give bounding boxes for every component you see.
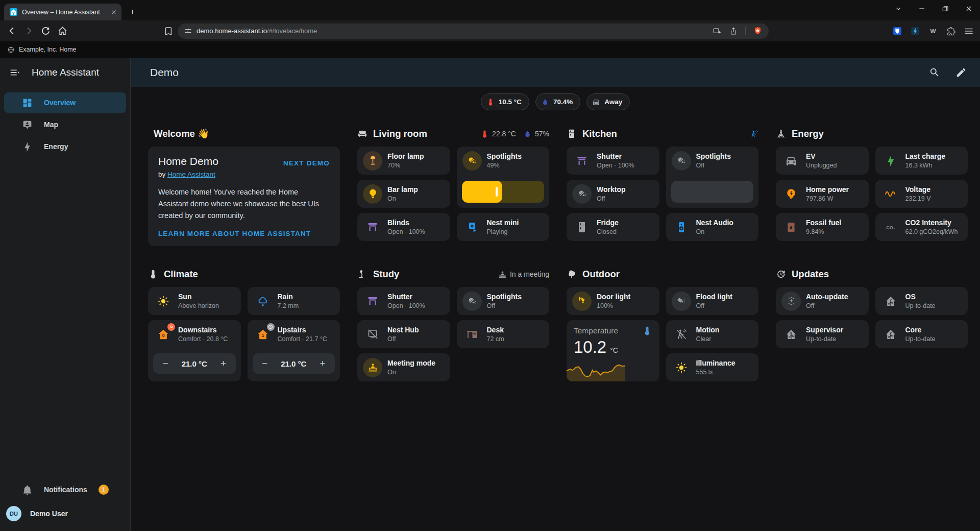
card-core[interactable]: CoreUp-to-date xyxy=(875,320,968,348)
learn-more-button[interactable]: LEARN MORE ABOUT HOME ASSISTANT xyxy=(158,230,311,237)
entity-icon-wrap xyxy=(672,151,691,171)
card-voltage[interactable]: Voltage232.19 V xyxy=(875,180,968,208)
address-bar[interactable]: demo.home-assistant.io/#/lovelace/home xyxy=(178,23,769,39)
card-nest-audio[interactable]: Nest AudioOn xyxy=(666,213,759,241)
site-settings-icon[interactable] xyxy=(184,27,192,35)
card-sun[interactable]: SunAbove horizon xyxy=(148,287,241,315)
bookmark-item[interactable]: Example, Inc. Home xyxy=(19,46,77,53)
edit-dashboard-icon[interactable] xyxy=(955,67,967,78)
card-temperature[interactable]: Temperature10.2°C xyxy=(567,320,659,381)
card-home-power[interactable]: Home power797.86 W xyxy=(776,180,869,208)
card-co2-intensity[interactable]: CO₂CO2 Intensity62.0 gCO2eq/kWh xyxy=(875,213,968,241)
globe-icon xyxy=(7,46,15,54)
card-auto-update[interactable]: Auto-updateOff xyxy=(776,287,869,315)
car-icon xyxy=(785,155,797,167)
entity-state: Clear xyxy=(696,335,720,343)
card-nest-hub[interactable]: Nest HubOff xyxy=(357,320,450,348)
card-os[interactable]: OSUp-to-date xyxy=(875,287,968,315)
card-meeting-mode[interactable]: Meeting modeOn xyxy=(357,353,450,381)
entity-icon-wrap xyxy=(881,151,900,171)
entity-name: Meeting mode xyxy=(387,359,435,367)
sidebar-item-notifications[interactable]: Notifications 1 xyxy=(4,479,126,500)
card-ev[interactable]: EVUnplugged xyxy=(776,147,869,175)
brave-shield-icon[interactable] xyxy=(753,26,763,36)
fridge-icon xyxy=(576,221,588,233)
card-door-light[interactable]: Door light100% xyxy=(567,287,659,315)
sidebar-item-label: Map xyxy=(44,120,58,129)
extensions-puzzle-icon[interactable] xyxy=(946,26,956,36)
card-fridge[interactable]: FridgeClosed xyxy=(567,213,659,241)
card-last-charge[interactable]: Last charge16.3 kWh xyxy=(875,147,968,175)
window-restore-icon[interactable] xyxy=(941,5,949,13)
card-worktop[interactable]: WorktopOff xyxy=(567,180,659,208)
back-icon[interactable] xyxy=(6,25,18,37)
entity-state: Up-to-date xyxy=(806,335,843,343)
card-floor-lamp[interactable]: Floor lamp70% xyxy=(357,147,450,175)
chip-away[interactable]: Away xyxy=(586,93,630,110)
forward-icon[interactable] xyxy=(23,25,35,37)
card-flood-light[interactable]: Flood lightOff xyxy=(666,287,759,315)
card-motion[interactable]: MotionClear xyxy=(666,320,759,348)
new-tab-icon[interactable] xyxy=(129,8,136,16)
reload-icon[interactable] xyxy=(40,25,52,37)
card-shutter[interactable]: ShutterOpen · 100% xyxy=(567,147,659,175)
next-demo-button[interactable]: NEXT DEMO xyxy=(283,159,330,167)
wappalyzer-extension-icon[interactable]: W xyxy=(928,26,938,36)
car-icon xyxy=(592,98,600,106)
entity-name: Nest Hub xyxy=(387,326,419,334)
window-dropdown-icon[interactable] xyxy=(894,5,902,13)
tower-icon xyxy=(776,129,786,139)
card-shutter[interactable]: ShutterOpen · 100% xyxy=(357,287,450,315)
entity-state: Comfort · 20.8 °C xyxy=(178,335,228,343)
decrease-button[interactable]: − xyxy=(153,353,178,374)
decrease-button[interactable]: − xyxy=(253,353,277,374)
card-bar-lamp[interactable]: Bar lampOn xyxy=(357,180,450,208)
share-icon[interactable] xyxy=(729,27,738,36)
card-fossil-fuel[interactable]: Fossil fuel9.84% xyxy=(776,213,869,241)
home-assistant-link[interactable]: Home Assistant xyxy=(167,171,215,178)
slider-handle[interactable] xyxy=(496,187,498,197)
chip-70-4[interactable]: 70.4% xyxy=(535,93,580,110)
thermometer-icon xyxy=(148,269,158,279)
card-illuminance[interactable]: Illuminance555 lx xyxy=(666,353,759,381)
increase-button[interactable]: + xyxy=(310,353,335,374)
sidebar-item-energy[interactable]: Energy xyxy=(4,136,126,157)
card-nest-mini[interactable]: Nest miniPlaying xyxy=(457,213,550,241)
card-rain[interactable]: Rain7.2 mm xyxy=(248,287,340,315)
increase-button[interactable]: + xyxy=(211,353,236,374)
sidebar-toggle-icon[interactable] xyxy=(9,67,20,78)
card-downstairs[interactable]: 0DownstairsComfort · 20.8 °C−21.0 °C+ xyxy=(148,320,241,381)
sidebar: Home Assistant OverviewMapEnergy Notific… xyxy=(0,58,131,531)
entity-state: Off xyxy=(487,302,522,309)
card-spotlights[interactable]: Spotlights49% xyxy=(457,147,550,208)
bitwarden-extension-icon[interactable] xyxy=(892,26,902,36)
card-upstairs[interactable]: 1UpstairsComfort · 21.7 °C−21.0 °C+ xyxy=(248,320,340,381)
card-supervisor[interactable]: SupervisorUp-to-date xyxy=(776,320,869,348)
card-spotlights[interactable]: SpotlightsOff xyxy=(666,147,759,208)
card-desk[interactable]: Desk72 cm xyxy=(457,320,550,348)
section-outdoor: OutdoorDoor light100%Flood lightOffTempe… xyxy=(567,268,758,381)
entity-state: 72 cm xyxy=(487,335,504,343)
url-text[interactable]: demo.home-assistant.io/#/lovelace/home xyxy=(197,27,705,35)
entity-state: 62.0 gCO2eq/kWh xyxy=(905,228,958,235)
browser-menu-icon[interactable] xyxy=(964,26,974,36)
status-label: 22.8 °C xyxy=(492,130,516,138)
window-close-icon[interactable] xyxy=(965,5,973,13)
search-icon[interactable] xyxy=(929,67,940,78)
sidebar-user[interactable]: DU Demo User xyxy=(0,501,130,526)
card-blinds[interactable]: BlindsOpen · 100% xyxy=(357,213,450,241)
lightning-extension-icon[interactable] xyxy=(910,26,920,36)
window-minimize-icon[interactable] xyxy=(918,5,926,13)
reading-list-icon[interactable] xyxy=(713,27,722,36)
brightness-slider[interactable] xyxy=(671,181,754,203)
card-spotlights[interactable]: SpotlightsOff xyxy=(457,287,550,315)
home-icon[interactable] xyxy=(57,25,68,37)
sidebar-item-map[interactable]: Map xyxy=(4,114,126,135)
browser-tab[interactable]: Overview – Home Assistant xyxy=(4,4,121,20)
chip-10-5-c[interactable]: 10.5 °C xyxy=(481,93,529,110)
brightness-slider[interactable] xyxy=(462,181,545,203)
entity-icon-wrap xyxy=(672,218,691,237)
tab-close-icon[interactable] xyxy=(110,9,117,16)
bookmark-icon[interactable] xyxy=(163,26,174,36)
sidebar-item-overview[interactable]: Overview xyxy=(4,92,126,113)
